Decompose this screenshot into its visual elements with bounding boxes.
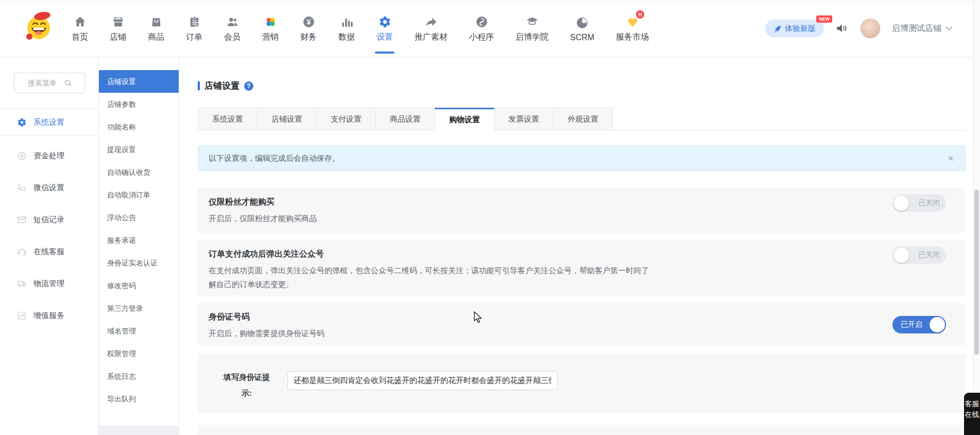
sidebar-item-sms[interactable]: 短信记录 (0, 204, 98, 236)
sidebar-item-value-added[interactable]: 增值服务 (0, 299, 98, 331)
settings-submenu: 店铺设置 店铺参数 功能名称 提现设置 自动确认收货 自动取消订单 浮动公告 服… (99, 57, 179, 426)
tab-goods-settings[interactable]: 商品设置 (375, 108, 435, 130)
toggle-state-label: 已关闭 (918, 250, 940, 260)
banner-close-icon[interactable]: × (944, 152, 957, 165)
top-navbar: 首页 店铺 商品 订单 会员 营销 (0, 0, 980, 57)
submenu-item-floating-notice[interactable]: 浮动公告 (99, 206, 179, 229)
members-icon (226, 14, 239, 28)
toggle-fans-only[interactable]: 已关闭 (892, 194, 946, 212)
setting-row-partial (198, 425, 966, 435)
rocket-icon (773, 25, 781, 32)
sidebar-item-label: 资金处理 (33, 151, 64, 161)
user-avatar[interactable] (860, 18, 881, 39)
nav-item-settings[interactable]: 设置 (366, 0, 404, 57)
menu-search-input[interactable] (27, 78, 63, 88)
nav-item-orders[interactable]: 订单 (175, 0, 213, 57)
promo-share-icon (425, 14, 438, 28)
settings-tabs: 系统设置 店铺设置 支付设置 商品设置 购物设置 发票设置 外观设置 (198, 108, 966, 130)
page-scrollbar[interactable] (973, 0, 980, 435)
nav-item-scrm[interactable]: SCRM (559, 0, 605, 57)
toggle-knob (893, 247, 909, 263)
help-icon[interactable]: ? (244, 81, 253, 91)
nav-item-home[interactable]: 首页 (61, 0, 99, 57)
primary-nav: 首页 店铺 商品 订单 会员 营销 (61, 0, 660, 57)
nav-item-academy[interactable]: 启博学院 (505, 0, 559, 57)
submenu-item-auto-cancel-order[interactable]: 自动取消订单 (99, 183, 179, 206)
setting-title: 身份证号码 (209, 312, 966, 323)
submenu-item-shop-params[interactable]: 店铺参数 (99, 93, 179, 115)
headset-icon (17, 247, 27, 257)
page-title-block: 店铺设置 ? (198, 80, 253, 92)
tab-appearance-settings[interactable]: 外观设置 (553, 108, 613, 130)
value-added-chart-icon (17, 311, 27, 321)
nav-item-data[interactable]: 数据 (328, 0, 366, 57)
laughing-emoji-logo (22, 8, 56, 43)
submenu-item-export-queue[interactable]: 导出队列 (99, 388, 179, 410)
submenu-item-withdraw-settings[interactable]: 提现设置 (99, 138, 179, 161)
setting-desc: 开启后，购物需要提供身份证号码 (209, 326, 652, 340)
chevron-down-icon (945, 26, 953, 31)
tab-shop-settings[interactable]: 店铺设置 (257, 108, 317, 130)
menu-search-box[interactable] (14, 73, 85, 93)
logistics-truck-icon (17, 279, 27, 289)
data-bars-icon (340, 14, 353, 28)
submenu-item-service-promise[interactable]: 服务承诺 (99, 229, 179, 252)
home-icon (74, 14, 87, 28)
nav-item-finance[interactable]: 财务 (289, 0, 328, 57)
setting-desc: 在支付成功页面，弹出关注公众号的弹框，包含公众号二维码，可长按关注；该功能可引导… (209, 263, 652, 291)
submenu-item-shop-settings[interactable]: 店铺设置 (99, 70, 179, 93)
sidebar-item-online-service[interactable]: 在线客服 (0, 236, 98, 267)
id-prompt-input[interactable] (287, 371, 558, 390)
gear-icon (17, 118, 27, 127)
tab-payment-settings[interactable]: 支付设置 (316, 108, 376, 130)
submenu-item-change-password[interactable]: 修改密码 (99, 274, 179, 297)
storefront-icon (112, 14, 125, 28)
nav-item-members[interactable]: 会员 (213, 0, 251, 57)
order-clipboard-icon (188, 14, 201, 28)
sidebar-item-wechat[interactable]: 微信设置 (0, 172, 98, 204)
brand-logo[interactable] (22, 8, 56, 43)
toggle-state-label: 已开启 (901, 320, 922, 329)
scrollbar-thumb[interactable] (974, 190, 979, 355)
nav-item-miniprogram[interactable]: 小程序 (458, 0, 505, 57)
sidebar-item-funds[interactable]: 资金处理 (0, 140, 98, 172)
toggle-follow-popup[interactable]: 已关闭 (892, 246, 946, 264)
submenu-item-auto-confirm-receipt[interactable]: 自动确认收货 (99, 161, 179, 183)
sidebar-item-label: 微信设置 (33, 183, 64, 193)
setting-row-follow-popup: 订单支付成功后弹出关注公众号 在支付成功页面，弹出关注公众号的弹框，包含公众号二… (198, 240, 966, 296)
sidebar-item-logistics[interactable]: 物流管理 (0, 267, 98, 299)
sidebar-item-label: 在线客服 (33, 247, 64, 257)
toggle-knob (893, 195, 909, 211)
tab-invoice-settings[interactable]: 发票设置 (494, 108, 554, 130)
setting-row-fans-only: 仅限粉丝才能购买 开启后，仅限粉丝才能购买商品 已关闭 (198, 188, 966, 233)
sms-envelope-icon (17, 215, 27, 225)
nav-item-shop[interactable]: 店铺 (99, 0, 137, 57)
nav-item-promo-material[interactable]: 推广素材 (404, 0, 458, 57)
submenu-item-domain-management[interactable]: 域名管理 (99, 320, 179, 342)
sidebar-item-system-settings[interactable]: 系统设置 (0, 109, 98, 136)
try-new-version-button[interactable]: 体验新版 NEW (765, 20, 824, 37)
setting-title: 订单支付成功后弹出关注公众号 (209, 249, 966, 260)
submenu-item-permission-management[interactable]: 权限管理 (99, 342, 179, 365)
nav-item-service-market[interactable]: H 服务市场 (605, 0, 660, 57)
toggle-id-number[interactable]: 已开启 (892, 316, 946, 333)
announcement-speaker-icon[interactable] (835, 22, 849, 35)
nav-item-goods[interactable]: 商品 (137, 0, 175, 57)
toggle-state-label: 已关闭 (918, 198, 940, 208)
banner-text: 以下设置项，编辑完成后会自动保存。 (209, 154, 340, 163)
store-account-dropdown[interactable]: 启博测试店铺 (892, 23, 953, 34)
sidebar-item-label: 系统设置 (33, 118, 64, 127)
submenu-item-system-log[interactable]: 系统日志 (99, 365, 179, 388)
app-root: 首页 店铺 商品 订单 会员 营销 (0, 0, 980, 435)
submenu-item-feature-names[interactable]: 功能名称 (99, 115, 179, 138)
submenu-item-id-verification[interactable]: 身份证实名认证 (99, 252, 179, 274)
customer-service-tab[interactable]: 客服在线 (964, 393, 980, 435)
tab-shopping-settings[interactable]: 购物设置 (435, 108, 494, 130)
search-icon (64, 79, 72, 87)
tab-system-settings[interactable]: 系统设置 (198, 108, 257, 130)
wechat-icon (17, 183, 27, 193)
try-new-version-label: 体验新版 (785, 24, 816, 34)
miniprogram-icon (475, 14, 488, 28)
nav-item-marketing[interactable]: 营销 (251, 0, 289, 57)
submenu-item-third-party-login[interactable]: 第三方登录 (99, 297, 179, 320)
